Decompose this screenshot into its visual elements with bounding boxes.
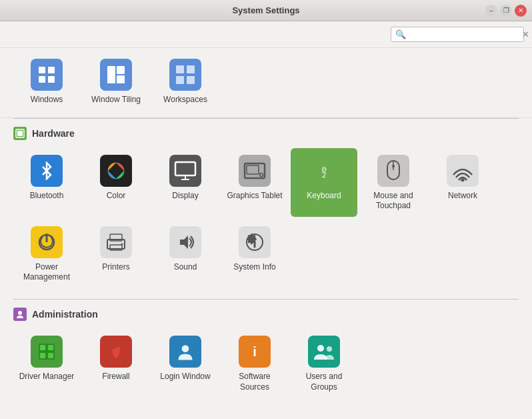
svg-point-25 <box>392 165 395 167</box>
firewall-icon <box>100 336 132 368</box>
item-color[interactable]: Color <box>83 148 149 217</box>
administration-section: Administration Driver Manager Firewall <box>0 300 532 408</box>
svg-rect-12 <box>17 131 23 136</box>
sound-label: Sound <box>174 262 197 273</box>
workspaces-icon <box>169 59 201 91</box>
window-title: System Settings <box>232 5 299 15</box>
svg-rect-19 <box>247 165 259 174</box>
item-system-info[interactable]: System Info <box>221 220 288 288</box>
svg-rect-4 <box>107 66 115 83</box>
item-driver-manager[interactable]: Driver Manager <box>13 329 80 398</box>
svg-rect-8 <box>187 65 195 73</box>
system-info-icon <box>239 226 271 258</box>
item-firewall[interactable]: Firewall <box>83 329 149 398</box>
bluetooth-icon <box>31 155 63 187</box>
search-clear-button[interactable]: ✕ <box>521 29 531 39</box>
item-bluetooth[interactable]: Bluetooth <box>13 148 80 217</box>
bluetooth-label: Bluetooth <box>30 191 64 201</box>
svg-text:2: 2 <box>322 171 327 179</box>
svg-point-14 <box>113 167 119 174</box>
login-window-icon <box>169 336 201 368</box>
firewall-label: Firewall <box>102 372 129 382</box>
graphics-tablet-icon <box>239 155 271 187</box>
svg-rect-5 <box>117 66 125 74</box>
keyboard-label: Keyboard <box>307 191 341 201</box>
svg-rect-40 <box>40 345 45 350</box>
sound-icon <box>169 226 201 258</box>
power-management-icon <box>31 226 63 258</box>
system-info-label: System Info <box>233 262 275 273</box>
item-workspaces[interactable]: Workspaces <box>152 52 219 111</box>
item-window-tiling[interactable]: Window Tiling <box>83 52 149 111</box>
item-network[interactable]: Network <box>429 148 496 217</box>
svg-point-49 <box>317 345 324 352</box>
keyboard-icon: @ 2 <box>308 155 340 187</box>
svg-marker-34 <box>180 236 188 249</box>
svg-rect-7 <box>176 65 184 73</box>
hardware-section-icon <box>13 127 27 140</box>
workspaces-label: Workspaces <box>163 95 207 105</box>
users-groups-label: Users and Groups <box>296 372 352 392</box>
software-sources-icon: i <box>239 336 271 368</box>
administration-items-grid: Driver Manager Firewall Login Window i <box>13 329 519 398</box>
item-display[interactable]: Display <box>152 148 219 217</box>
top-items-section: Windows Window Tiling Workspaces <box>0 48 532 118</box>
window-tiling-label: Window Tiling <box>91 95 141 105</box>
item-mouse-touchpad[interactable]: Mouse and Touchpad <box>360 148 427 217</box>
svg-rect-3 <box>48 76 55 83</box>
item-sound[interactable]: Sound <box>152 220 219 288</box>
svg-point-20 <box>260 173 263 176</box>
hardware-section: Hardware Bluetooth <box>0 119 532 299</box>
search-input[interactable] <box>409 29 521 39</box>
item-login-window[interactable]: Login Window <box>152 329 219 398</box>
svg-rect-41 <box>48 345 53 350</box>
search-bar: 🔍 ✕ <box>0 21 532 48</box>
item-printers[interactable]: Printers <box>83 220 149 288</box>
display-icon <box>169 155 201 187</box>
color-label: Color <box>107 191 126 201</box>
printers-icon <box>100 226 132 258</box>
windows-icon <box>31 59 63 91</box>
svg-rect-42 <box>40 353 45 358</box>
login-window-label: Login Window <box>160 372 210 382</box>
close-button[interactable]: ✕ <box>515 5 527 17</box>
item-keyboard[interactable]: @ 2 Keyboard <box>291 148 357 217</box>
windows-label: Windows <box>31 95 63 105</box>
hardware-items-grid: Bluetooth Color <box>13 148 519 288</box>
window-tiling-icon <box>100 59 132 91</box>
svg-point-33 <box>121 243 123 245</box>
top-items-grid: Windows Window Tiling Workspaces <box>13 52 219 111</box>
svg-rect-10 <box>187 76 195 84</box>
svg-text:i: i <box>253 344 257 359</box>
administration-title: Administration <box>32 309 98 320</box>
hardware-title: Hardware <box>32 128 75 139</box>
power-management-label: Power Management <box>19 262 75 283</box>
item-users-groups[interactable]: Users and Groups <box>291 329 357 398</box>
minimize-button[interactable]: – <box>485 5 497 17</box>
mouse-touchpad-label: Mouse and Touchpad <box>365 191 421 212</box>
item-software-sources[interactable]: i Software Sources <box>221 329 288 398</box>
svg-rect-43 <box>48 353 53 358</box>
printers-label: Printers <box>102 262 129 273</box>
software-sources-label: Software Sources <box>227 372 283 392</box>
hardware-header: Hardware <box>13 127 519 140</box>
svg-point-26 <box>461 178 465 181</box>
administration-header: Administration <box>13 308 519 321</box>
admin-section-icon <box>13 308 27 321</box>
item-windows[interactable]: Windows <box>13 52 80 111</box>
search-icon: 🔍 <box>395 29 406 39</box>
restore-button[interactable]: ❐ <box>500 5 512 17</box>
svg-point-45 <box>182 345 189 352</box>
titlebar: System Settings – ❐ ✕ <box>0 0 532 21</box>
item-power-management[interactable]: Power Management <box>13 220 80 288</box>
mouse-touchpad-icon <box>377 155 409 187</box>
users-groups-icon <box>308 336 340 368</box>
svg-rect-1 <box>48 67 55 73</box>
graphics-tablet-label: Graphics Tablet <box>227 191 282 201</box>
item-graphics-tablet[interactable]: Graphics Tablet <box>221 148 288 217</box>
svg-point-50 <box>327 346 332 352</box>
network-icon <box>447 155 479 187</box>
svg-point-38 <box>18 311 22 315</box>
svg-rect-9 <box>176 76 184 84</box>
driver-manager-label: Driver Manager <box>19 372 75 382</box>
